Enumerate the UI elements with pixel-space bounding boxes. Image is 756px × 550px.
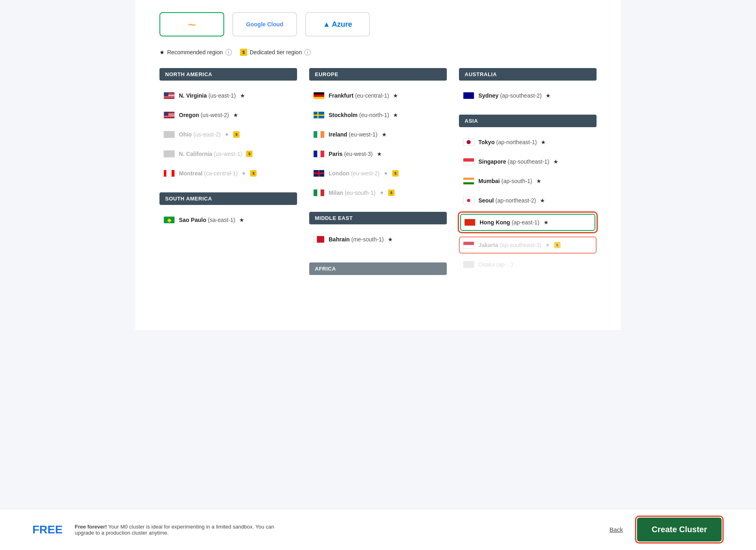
azure-logo: ▲ Azure [323,20,352,29]
region-name-ohio: Ohio (us-east-2) [179,131,221,138]
flag-hong-kong [464,219,476,226]
region-montreal[interactable]: Montreal (ca-central-1) ★ $ [159,165,297,182]
coin-badge-london: $ [392,170,399,177]
legend: ★ Recommended region i $ Dedicated tier … [159,45,597,64]
coin-badge-jakarta: $ [554,242,561,248]
region-n-virginia[interactable]: N. Virginia (us-east-1) ★ [159,87,297,104]
star-badge-frankfurt: ★ [393,92,398,99]
gcp-logo: Google Cloud [246,21,283,28]
region-jakarta[interactable]: Jakarta (ap-southeast-3) ★ $ [459,237,597,254]
flag-stockholm [313,111,325,119]
flag-tokyo [463,139,474,146]
column-europe: EUROPE Frankfurt (eu-central-1) ★ Stockh… [309,68,447,281]
region-name-singapore: Singapore (ap-southeast-1) [478,158,549,165]
flag-osaka [463,261,474,268]
flag-us-virginia [164,92,175,99]
star-badge-hong-kong: ★ [544,219,549,226]
star-badge-paris: ★ [377,151,382,157]
create-cluster-button[interactable]: Create Cluster [637,518,722,541]
flag-paris [313,150,325,158]
region-name-ireland: Ireland (eu-west-1) [329,131,378,138]
region-name-jakarta: Jakarta (ap-southeast-3) [478,242,542,248]
region-name-paris: Paris (eu-west-3) [329,151,373,157]
region-name-montreal: Montreal (ca-central-1) [179,170,238,177]
region-bahrain[interactable]: Bahrain (me-south-1) ★ [309,231,447,248]
region-name-hong-kong: Hong Kong (ap-east-1) [480,219,539,226]
star-badge-oregon: ★ [233,112,238,118]
star-badge-jakarta: ★ [546,242,550,248]
star-badge-stockholm: ★ [393,112,398,118]
recommended-info-icon[interactable]: i [225,49,232,55]
region-name-seoul: Seoul (ap-northeast-2) [478,197,536,204]
footer: FREE Free forever! Your M0 cluster is id… [0,509,756,550]
star-badge-seoul: ★ [540,197,545,204]
region-osaka[interactable]: Osaka (ap-...) [459,256,597,273]
africa-header: AFRICA [309,262,447,275]
region-paris[interactable]: Paris (eu-west-3) ★ [309,145,447,162]
dedicated-coin-icon: $ [240,49,247,56]
region-name-bahrain: Bahrain (me-south-1) [329,236,384,243]
region-hong-kong[interactable]: Hong Kong (ap-east-1) ★ [460,214,595,231]
region-name-sydney: Sydney (ap-southeast-2) [478,92,542,99]
star-badge-montreal: ★ [242,171,246,176]
region-sao-paulo[interactable]: Sao Paulo (sa-east-1) ★ [159,211,297,228]
region-mumbai[interactable]: Mumbai (ap-south-1) ★ [459,173,597,190]
aws-logo: ∼ [187,18,197,31]
region-ireland[interactable]: Ireland (eu-west-1) ★ [309,126,447,143]
north-america-header: NORTH AMERICA [159,68,297,81]
flag-montreal [164,170,175,177]
star-badge-london: ★ [384,171,388,176]
star-badge-ireland: ★ [382,131,387,138]
region-london[interactable]: London (eu-west-2) ★ $ [309,165,447,182]
hong-kong-orange-outline: Hong Kong (ap-east-1) ★ [458,211,598,233]
flag-london [313,170,325,177]
aws-card[interactable]: ∼ [159,12,224,36]
column-americas: NORTH AMERICA N. Virginia (us-east-1) ★ … [159,68,297,281]
star-badge-bahrain: ★ [388,236,393,243]
flag-ohio [164,131,175,138]
region-tokyo[interactable]: Tokyo (ap-northeast-1) ★ [459,134,597,151]
region-name-n-virginia: N. Virginia (us-east-1) [179,92,236,99]
flag-brazil [164,216,175,224]
region-n-california[interactable]: N. California (us-west-1) $ [159,145,297,162]
region-name-mumbai: Mumbai (ap-south-1) [478,178,532,184]
region-name-oregon: Oregon (us-west-2) [179,112,229,118]
region-frankfurt[interactable]: Frankfurt (eu-central-1) ★ [309,87,447,104]
star-badge-sao-paulo: ★ [239,217,244,223]
region-ohio[interactable]: Ohio (us-east-2) ★ $ [159,126,297,143]
region-milan[interactable]: Milan (eu-south-1) ★ $ [309,184,447,201]
star-badge-ohio: ★ [225,132,229,137]
region-name-milan: Milan (eu-south-1) [329,190,376,196]
flag-singapore [463,158,474,165]
star-badge-virginia: ★ [240,92,245,99]
star-badge-sydney: ★ [546,92,551,99]
region-oregon[interactable]: Oregon (us-west-2) ★ [159,107,297,124]
region-name-california: N. California (us-west-1) [179,151,242,157]
dedicated-label: Dedicated tier region [250,49,302,55]
flag-jakarta [463,241,474,249]
back-button[interactable]: Back [609,526,623,533]
azure-card[interactable]: ▲ Azure [305,12,370,36]
flag-california [164,150,175,158]
region-seoul[interactable]: Seoul (ap-northeast-2) ★ [459,192,597,209]
gcp-card[interactable]: Google Cloud [232,12,297,36]
column-asia-pacific: AUSTRALIA Sydney (ap-southeast-2) ★ ASIA… [459,68,597,281]
dedicated-info-icon[interactable]: i [304,49,311,55]
flag-us-oregon [164,111,175,119]
flag-sydney [463,92,474,99]
flag-ireland [313,131,325,138]
region-stockholm[interactable]: Stockholm (eu-north-1) ★ [309,107,447,124]
region-singapore[interactable]: Singapore (ap-southeast-1) ★ [459,153,597,170]
flag-bahrain [313,236,325,243]
star-badge-mumbai: ★ [536,178,542,184]
free-label: FREE [32,523,63,536]
middle-east-header: MIDDLE EAST [309,212,447,224]
region-name-london: London (eu-west-2) [329,170,380,177]
region-name-stockholm: Stockholm (eu-north-1) [329,112,389,118]
region-sydney[interactable]: Sydney (ap-southeast-2) ★ [459,87,597,104]
flag-seoul [463,197,474,204]
regions-grid: NORTH AMERICA N. Virginia (us-east-1) ★ … [159,64,597,281]
coin-badge-california: $ [246,151,253,157]
dedicated-legend: $ Dedicated tier region i [240,49,311,56]
south-america-header: SOUTH AMERICA [159,192,297,205]
